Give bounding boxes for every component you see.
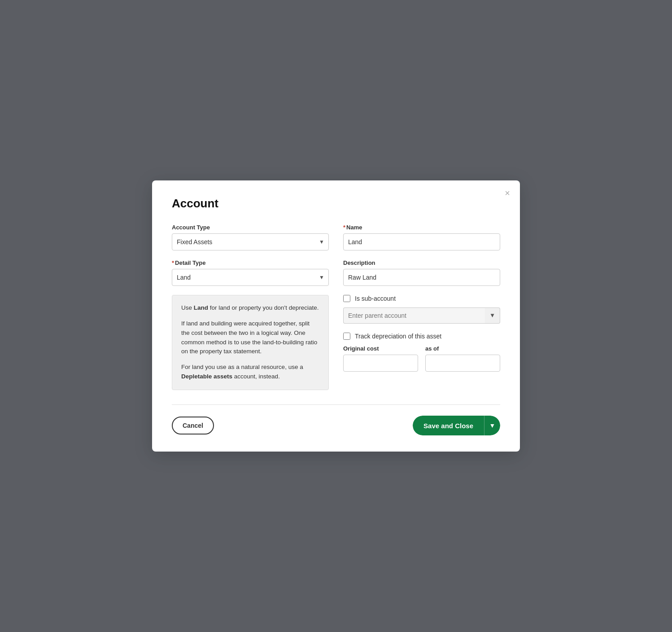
- detail-type-select[interactable]: Land: [172, 269, 329, 286]
- detail-type-col: *Detail Type Land ▼: [172, 259, 329, 286]
- track-depreciation-row: Track depreciation of this asset: [343, 333, 500, 340]
- save-dropdown-chevron-icon: ▼: [489, 422, 496, 429]
- modal-footer: Cancel Save and Close ▼: [172, 416, 500, 435]
- parent-account-input[interactable]: [343, 307, 485, 324]
- footer-divider: [172, 404, 500, 405]
- original-cost-label: Original cost: [343, 345, 418, 352]
- detail-type-select-wrapper: Land ▼: [172, 269, 329, 286]
- as-of-input[interactable]: [425, 355, 500, 372]
- form-row-2: *Detail Type Land ▼ Description: [172, 259, 500, 286]
- description-label: Description: [343, 259, 500, 266]
- original-cost-col: Original cost: [343, 345, 418, 372]
- track-depreciation-label[interactable]: Track depreciation of this asset: [355, 333, 441, 340]
- name-col: *Name: [343, 224, 500, 250]
- account-type-select[interactable]: Fixed Assets: [172, 233, 329, 250]
- right-controls-col: Is sub-account ▼ Track depreciation of t…: [343, 295, 500, 372]
- cancel-button[interactable]: Cancel: [172, 417, 214, 434]
- track-depreciation-checkbox[interactable]: [343, 333, 350, 340]
- detail-type-label: *Detail Type: [172, 259, 329, 266]
- detail-type-required-star: *: [172, 259, 174, 266]
- save-dropdown-button[interactable]: ▼: [484, 416, 500, 435]
- original-cost-input[interactable]: [343, 355, 418, 372]
- account-modal: × Account Account Type Fixed Assets ▼ *N…: [152, 180, 520, 452]
- description-input[interactable]: [343, 269, 500, 286]
- sub-account-label[interactable]: Is sub-account: [355, 295, 396, 302]
- name-required-star: *: [343, 224, 345, 231]
- info-box: Use Land for land or property you don't …: [172, 295, 329, 390]
- info-box-col: Use Land for land or property you don't …: [172, 295, 329, 390]
- modal-title: Account: [172, 197, 500, 211]
- name-label: *Name: [343, 224, 500, 231]
- close-button[interactable]: ×: [505, 189, 510, 198]
- account-type-col: Account Type Fixed Assets ▼: [172, 224, 329, 250]
- sub-account-checkbox[interactable]: [343, 295, 350, 302]
- info-paragraph-2: If land and building were acquired toget…: [181, 319, 319, 357]
- info-paragraph-1: Use Land for land or property you don't …: [181, 303, 319, 313]
- account-type-select-wrapper: Fixed Assets ▼: [172, 233, 329, 250]
- sub-account-row: Is sub-account: [343, 295, 500, 302]
- description-col: Description: [343, 259, 500, 286]
- save-and-close-button[interactable]: Save and Close: [413, 416, 484, 435]
- form-row-3: Use Land for land or property you don't …: [172, 295, 500, 390]
- parent-account-row: ▼: [343, 307, 500, 324]
- save-button-group: Save and Close ▼: [413, 416, 500, 435]
- cost-date-row: Original cost as of: [343, 345, 500, 372]
- as-of-col: as of: [425, 345, 500, 372]
- modal-overlay: × Account Account Type Fixed Assets ▼ *N…: [0, 0, 672, 632]
- parent-account-dropdown-button[interactable]: ▼: [485, 307, 500, 324]
- info-paragraph-3: For land you use as a natural resource, …: [181, 363, 319, 382]
- parent-account-chevron-icon: ▼: [489, 312, 495, 319]
- name-input[interactable]: [343, 233, 500, 250]
- account-type-label: Account Type: [172, 224, 329, 231]
- form-row-1: Account Type Fixed Assets ▼ *Name: [172, 224, 500, 250]
- as-of-label: as of: [425, 345, 500, 352]
